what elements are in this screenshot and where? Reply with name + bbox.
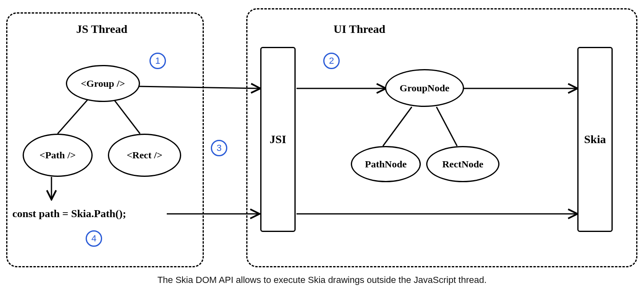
group-node-js: <Group /> [66, 65, 140, 102]
diagram-canvas: JS Thread UI Thread JSI Skia <Group /> <… [0, 0, 644, 292]
skia-box: Skia [577, 47, 613, 232]
group-node-ui: GroupNode [385, 69, 464, 107]
badge-3: 3 [211, 140, 227, 156]
path-node-js-label: <Path /> [40, 150, 76, 161]
path-node-ui: PathNode [351, 146, 421, 182]
badge-1: 1 [149, 53, 166, 69]
rect-node-js-label: <Rect /> [127, 150, 163, 161]
code-line: const path = Skia.Path(); [12, 208, 126, 220]
caption: The Skia DOM API allows to execute Skia … [0, 275, 644, 285]
js-thread-title: JS Thread [76, 23, 127, 36]
group-node-js-label: <Group /> [81, 78, 125, 89]
path-node-js: <Path /> [23, 134, 93, 177]
badge-2: 2 [323, 53, 340, 69]
jsi-box: JSI [260, 47, 296, 232]
path-node-ui-label: PathNode [365, 159, 406, 170]
jsi-label: JSI [270, 133, 286, 146]
rect-node-js: <Rect /> [108, 134, 181, 177]
skia-label: Skia [584, 133, 606, 146]
rect-node-ui: RectNode [426, 146, 499, 182]
group-node-ui-label: GroupNode [400, 83, 450, 94]
badge-4: 4 [86, 230, 102, 247]
ui-thread-title: UI Thread [334, 23, 385, 36]
rect-node-ui-label: RectNode [442, 159, 483, 170]
